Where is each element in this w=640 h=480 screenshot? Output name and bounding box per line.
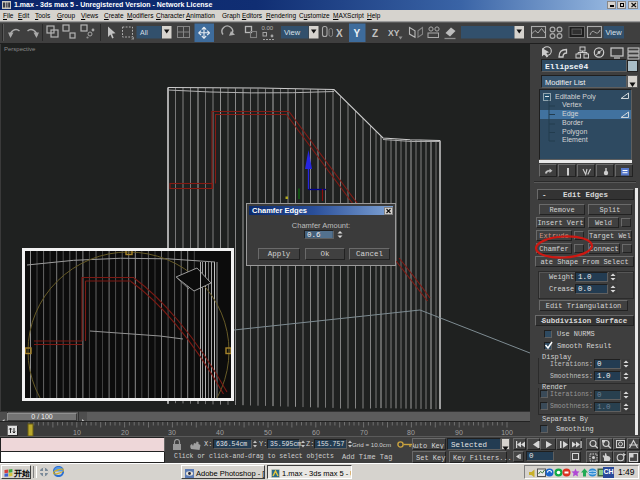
svg-text:View: View [606,28,623,37]
svg-text:80: 80 [407,429,415,436]
svg-text:0.00: 0.00 [262,25,274,31]
svg-text:60: 60 [312,429,320,436]
svg-text:10: 10 [73,429,81,436]
svg-text:All: All [140,29,148,36]
svg-text:100: 100 [501,429,513,436]
svg-text:XY: XY [388,28,400,38]
svg-text:20: 20 [121,429,129,436]
svg-text:70: 70 [360,429,368,436]
svg-text:X: X [336,28,343,39]
svg-text:90: 90 [455,429,463,436]
svg-text:Y: Y [354,28,361,39]
svg-text:50: 50 [264,429,272,436]
svg-text:40: 40 [216,429,224,436]
svg-text:30: 30 [168,429,176,436]
svg-text:View: View [284,28,301,37]
svg-text:Z: Z [372,28,378,39]
